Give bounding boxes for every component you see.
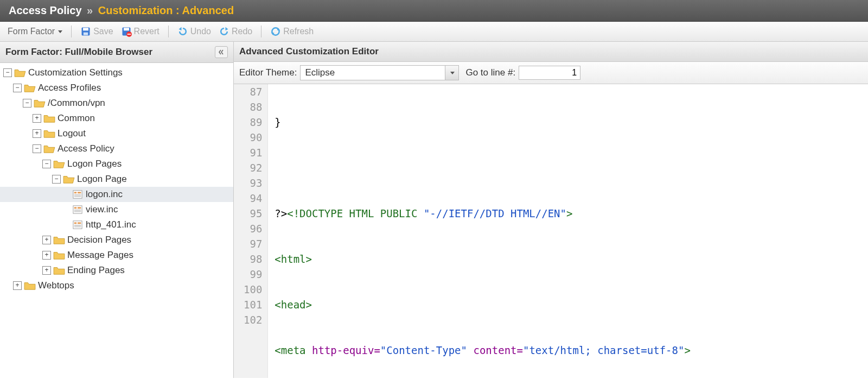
tree-node-webtops[interactable]: + Webtops — [0, 278, 233, 293]
svg-rect-8 — [74, 192, 77, 194]
breadcrumb-sep: » — [87, 4, 93, 16]
tree[interactable]: − Customization Settings − Access Profil… — [0, 63, 233, 378]
tree-leaf-view-inc[interactable]: view.inc — [0, 202, 233, 217]
tree-node-logon-page[interactable]: − Logon Page — [0, 172, 233, 187]
svg-rect-14 — [78, 207, 81, 209]
sidebar-title: Form Factor: Full/Mobile Browser — [5, 47, 152, 58]
code-line: ?><!DOCTYPE HTML PUBLIC "-//IETF//DTD HT… — [275, 206, 868, 221]
folder-open-icon — [34, 98, 46, 108]
expand-toggle[interactable]: + — [42, 236, 51, 244]
tree-node-decision-pages[interactable]: + Decision Pages — [0, 232, 233, 248]
redo-icon — [219, 26, 229, 37]
collapse-toggle[interactable]: − — [33, 144, 41, 153]
theme-label: Editor Theme: — [239, 67, 297, 78]
expand-toggle[interactable]: + — [42, 266, 51, 275]
editor-title: Advanced Customization Editor — [239, 46, 379, 57]
save-icon — [80, 26, 91, 37]
svg-rect-6 — [127, 34, 131, 35]
save-button[interactable]: Save — [78, 25, 115, 38]
goto-line-input[interactable] — [519, 66, 580, 80]
folder-open-icon — [43, 144, 55, 154]
tree-node-access-policy[interactable]: − Access Policy — [0, 141, 233, 156]
tree-node-ending-pages[interactable]: + Ending Pages — [0, 263, 233, 278]
goto-label: Go to line #: — [465, 67, 515, 78]
expand-toggle[interactable]: + — [13, 281, 22, 290]
editor-toolbar: Editor Theme: Eclipse Go to line #: — [234, 62, 868, 84]
tree-node-access-profiles[interactable]: − Access Profiles — [0, 80, 233, 96]
code-lines[interactable]: } ?><!DOCTYPE HTML PUBLIC "-//IETF//DTD … — [268, 84, 868, 378]
tree-leaf-http-401-inc[interactable]: http_401.inc — [0, 217, 233, 232]
expand-toggle[interactable]: + — [33, 114, 41, 123]
undo-icon — [177, 26, 188, 37]
svg-rect-15 — [74, 210, 81, 211]
collapse-toggle[interactable]: − — [23, 99, 31, 108]
folder-open-icon — [63, 174, 75, 184]
tree-node-message-pages[interactable]: + Message Pages — [0, 248, 233, 263]
code-line: <head> — [275, 297, 868, 312]
folder-open-icon — [24, 83, 36, 93]
code-line: <html> — [275, 251, 868, 267]
redo-button[interactable]: Redo — [216, 25, 254, 38]
folder-open-icon — [53, 159, 65, 169]
svg-rect-2 — [84, 33, 88, 35]
svg-rect-20 — [74, 225, 81, 226]
breadcrumb: Access Policy » Customization : Advanced — [0, 0, 868, 22]
tree-node-customization-settings[interactable]: − Customization Settings — [0, 65, 233, 80]
code-line: } — [275, 115, 868, 130]
chevron-left-icon — [219, 49, 224, 55]
refresh-icon — [270, 26, 281, 37]
svg-rect-9 — [78, 192, 81, 194]
form-factor-label: Form Factor — [8, 27, 55, 36]
revert-icon — [121, 26, 132, 37]
editor-panel: Advanced Customization Editor Editor The… — [234, 42, 868, 378]
folder-icon — [53, 250, 65, 260]
tree-node-common-vpn[interactable]: − /Common/vpn — [0, 96, 233, 111]
svg-rect-13 — [74, 207, 77, 209]
tree-node-logon-pages[interactable]: − Logon Pages — [0, 156, 233, 172]
folder-icon — [43, 129, 55, 138]
svg-rect-18 — [74, 223, 77, 224]
folder-icon — [24, 281, 36, 291]
svg-rect-21 — [74, 226, 81, 228]
code-editor[interactable]: 87 88 89 90 91 92 93 94 95 96 97 98 99 1… — [234, 84, 868, 378]
svg-rect-16 — [74, 211, 81, 212]
toolbar-separator — [71, 26, 72, 37]
collapse-toggle[interactable]: − — [42, 160, 51, 168]
sidebar: Form Factor: Full/Mobile Browser − Custo… — [0, 42, 234, 378]
collapse-toggle[interactable]: − — [3, 68, 12, 77]
svg-rect-11 — [74, 196, 81, 197]
file-icon — [72, 205, 84, 214]
main-toolbar: Form Factor Save Revert Undo Redo Refres… — [0, 22, 868, 42]
folder-open-icon — [14, 68, 26, 78]
theme-select[interactable]: Eclipse — [300, 65, 459, 80]
collapse-toggle[interactable]: − — [13, 84, 22, 92]
collapse-toggle[interactable]: − — [52, 175, 61, 184]
expand-toggle[interactable]: + — [42, 251, 51, 260]
refresh-button[interactable]: Refresh — [268, 25, 316, 38]
code-line: <meta http-equiv="Content-Type" content=… — [275, 343, 868, 358]
expand-toggle[interactable]: + — [33, 129, 41, 138]
gutter: 87 88 89 90 91 92 93 94 95 96 97 98 99 1… — [234, 84, 268, 378]
file-icon — [72, 190, 84, 199]
collapse-sidebar-button[interactable] — [215, 46, 228, 58]
theme-value: Eclipse — [301, 67, 445, 78]
file-icon — [72, 220, 84, 230]
chevron-down-icon[interactable] — [445, 66, 458, 80]
revert-button[interactable]: Revert — [119, 25, 162, 38]
undo-button[interactable]: Undo — [175, 25, 213, 38]
tree-node-logout[interactable]: + Logout — [0, 126, 233, 141]
folder-icon — [43, 113, 55, 123]
tree-leaf-logon-inc[interactable]: logon.inc — [0, 187, 233, 202]
editor-header: Advanced Customization Editor — [234, 42, 868, 62]
breadcrumb-sub[interactable]: Customization : Advanced — [98, 4, 234, 16]
toolbar-separator — [261, 26, 261, 37]
svg-rect-19 — [78, 223, 81, 224]
code-line — [275, 160, 868, 175]
form-factor-dropdown[interactable]: Form Factor — [5, 26, 65, 37]
svg-rect-10 — [74, 194, 81, 195]
caret-down-icon — [58, 30, 62, 33]
svg-rect-1 — [83, 28, 88, 30]
folder-icon — [53, 266, 65, 275]
breadcrumb-main[interactable]: Access Policy — [9, 4, 82, 16]
tree-node-common[interactable]: + Common — [0, 111, 233, 126]
